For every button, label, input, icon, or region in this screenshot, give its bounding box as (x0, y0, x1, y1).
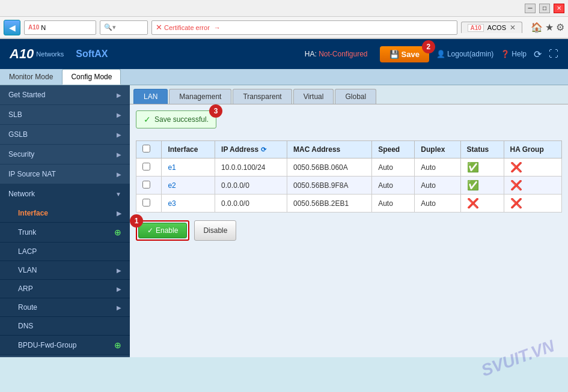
config-mode-label: Config Mode (71, 73, 112, 81)
ha-label: HA: (305, 50, 317, 58)
row-e1-checkbox[interactable] (142, 163, 150, 170)
row-e3-checkbox[interactable] (142, 199, 150, 207)
sidebar-item-system[interactable]: System ▶ (0, 355, 130, 357)
save-button-container: 💾 Save 2 (380, 46, 429, 62)
ip-refresh-icon[interactable]: ⟳ (261, 146, 266, 154)
row-e1-status: ✅ (460, 158, 504, 176)
disable-button[interactable]: Disable (194, 220, 236, 241)
content-tab-global[interactable]: Global (335, 89, 376, 104)
row-e2-link[interactable]: e2 (168, 181, 176, 190)
search-arrow: ▾ (112, 23, 116, 31)
ha-status-link[interactable]: Not-Configured (319, 50, 367, 58)
table-row: e2 0.0.0.0/0 0050.56BB.9F8A Auto Auto ✅ … (136, 176, 562, 194)
subitem-arrow-route: ▶ (117, 304, 121, 311)
enable-button[interactable]: ✓ Enable (138, 223, 187, 238)
content-tab-management-label: Management (179, 92, 221, 101)
main-layout: Get Started ▶ SLB ▶ GSLB ▶ Security ▶ IP… (0, 85, 568, 357)
sidebar-item-network[interactable]: Network ▼ (0, 184, 130, 204)
sidebar-subitem-bpdu-fwd-group[interactable]: BPDU-Fwd-Group ⊕ (0, 336, 130, 355)
help-link[interactable]: ❓ Help (501, 50, 527, 58)
th-status: Status (460, 141, 504, 158)
content-tab-transparent-label: Transparent (243, 92, 281, 101)
sidebar-subitem-dns[interactable]: DNS (0, 317, 130, 336)
interface-table: Interface IP Address ⟳ MAC Address Speed… (136, 140, 562, 213)
settings-icon[interactable]: ⚙ (556, 22, 564, 33)
app-logo: A10 Networks (10, 46, 64, 62)
row-e3-link[interactable]: e3 (168, 199, 176, 208)
subitem-label-vlan: VLAN (18, 266, 37, 274)
select-all-checkbox[interactable] (142, 145, 150, 152)
th-speed: Speed (372, 141, 415, 158)
sidebar-subitem-route[interactable]: Route ▶ (0, 298, 130, 317)
row-e3-ha: ❌ (504, 194, 561, 213)
subitem-add-bpdu: ⊕ (114, 340, 121, 350)
sidebar-arrow-security: ▶ (117, 151, 121, 158)
tab-monitor-mode[interactable]: Monitor Mode (0, 69, 62, 85)
sidebar-subitem-lacp[interactable]: LACP (0, 243, 130, 261)
content-tab-virtual[interactable]: Virtual (293, 89, 334, 104)
content-tab-global-label: Global (345, 92, 366, 101)
row-e3-status-icon: ❌ (467, 198, 479, 208)
search-icon: 🔍 (104, 23, 112, 31)
row-e3-duplex: Auto (415, 194, 460, 213)
sidebar-subitem-interface[interactable]: Interface ▶ (0, 204, 130, 223)
badge-1: 1 (130, 214, 143, 228)
row-e1-checkbox-cell (136, 158, 162, 176)
table-header-row: Interface IP Address ⟳ MAC Address Speed… (136, 141, 562, 158)
tab-config-mode[interactable]: Config Mode (62, 69, 121, 85)
sidebar-item-slb[interactable]: SLB ▶ (0, 105, 130, 125)
sidebar-item-ip-source-nat[interactable]: IP Source NAT ▶ (0, 164, 130, 184)
th-checkbox (136, 141, 162, 158)
sidebar-arrow-get-started: ▶ (117, 92, 121, 98)
address-bar[interactable]: ✕ Certificate error → (151, 20, 457, 35)
ha-status: HA: Not-Configured (305, 50, 368, 58)
search-bar[interactable]: 🔍 ▾ (100, 20, 148, 35)
sidebar-item-gslb[interactable]: GSLB ▶ (0, 125, 130, 145)
browser-titlebar: ─ □ ✕ (0, 0, 568, 17)
help-label: Help (512, 50, 527, 58)
sidebar-subitem-trunk[interactable]: Trunk ⊕ (0, 223, 130, 243)
row-e1-interface: e1 (162, 158, 215, 176)
success-message: Save successful. (154, 115, 209, 124)
refresh-header-icon[interactable]: ⟳ (534, 49, 542, 60)
row-e1-link[interactable]: e1 (168, 163, 176, 172)
logout-link[interactable]: 👤 Logout(admin) (436, 50, 493, 58)
row-e3-ha-icon: ❌ (510, 198, 522, 208)
browser-tab-acos[interactable]: A10 ACOS ✕ (461, 22, 522, 33)
content-tab-virtual-label: Virtual (304, 92, 324, 101)
browser-chrome: ─ □ ✕ ◀ A10 N 🔍 ▾ ✕ Certificate error → … (0, 0, 568, 39)
minimize-button[interactable]: ─ (525, 4, 536, 13)
sidebar-item-get-started[interactable]: Get Started ▶ (0, 85, 130, 105)
back-button[interactable]: ◀ (4, 20, 20, 35)
table-row: e1 10.0.0.100/24 0050.56BB.060A Auto Aut… (136, 158, 562, 176)
save-label: Save (402, 50, 420, 59)
badge-2: 2 (422, 40, 435, 53)
subitem-add-trunk: ⊕ (114, 228, 121, 237)
sidebar-arrow-network: ▼ (115, 191, 121, 198)
sidebar-label-slb: SLB (8, 110, 22, 119)
content-tabs: LAN Management Transparent Virtual Globa… (130, 85, 568, 104)
row-e3-checkbox-cell (136, 194, 162, 213)
enable-check-icon: ✓ (147, 226, 153, 235)
browser-window-controls: ─ □ ✕ (525, 4, 564, 13)
save-icon: 💾 (389, 50, 399, 59)
tab-close-icon[interactable]: ✕ (510, 23, 516, 32)
content-tab-lan[interactable]: LAN (133, 89, 168, 104)
table-header: Interface IP Address ⟳ MAC Address Speed… (136, 141, 562, 158)
th-ip-address: IP Address ⟳ (215, 141, 287, 158)
expand-header-icon[interactable]: ⛶ (549, 49, 558, 59)
sidebar-item-security[interactable]: Security ▶ (0, 145, 130, 164)
content-tab-transparent[interactable]: Transparent (233, 89, 292, 104)
sidebar-subitem-arp[interactable]: ARP ▶ (0, 280, 130, 298)
favicon-text: N (41, 24, 46, 31)
maximize-button[interactable]: □ (539, 4, 550, 13)
favorites-icon[interactable]: ★ (545, 22, 554, 33)
mode-tabs: Monitor Mode Config Mode (0, 69, 568, 85)
subitem-label-bpdu: BPDU-Fwd-Group (18, 341, 76, 349)
close-button[interactable]: ✕ (554, 4, 564, 13)
home-icon[interactable]: 🏠 (531, 22, 543, 33)
content-tab-management[interactable]: Management (169, 89, 231, 104)
success-banner-container: ✓ Save successful. 3 (136, 110, 216, 134)
row-e2-checkbox[interactable] (142, 181, 150, 188)
sidebar-subitem-vlan[interactable]: VLAN ▶ (0, 261, 130, 280)
